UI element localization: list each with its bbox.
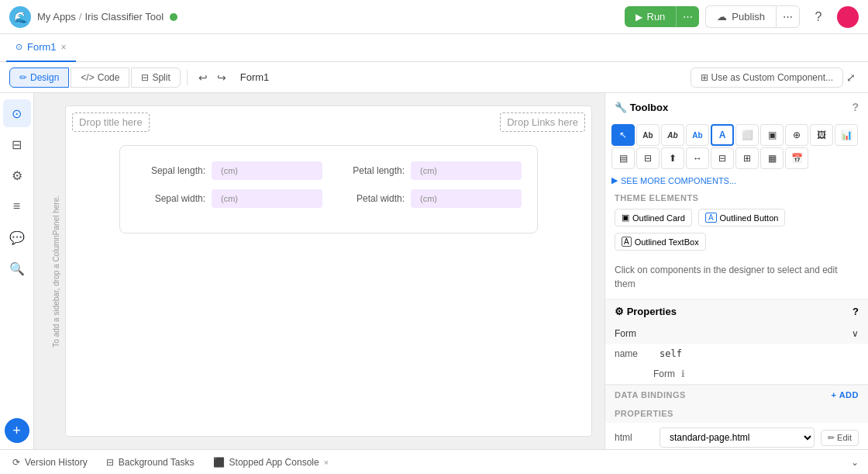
publish-button[interactable]: ☁ Publish [705, 5, 776, 28]
theme-label: THEME ELEMENTS [605, 189, 868, 206]
form-row-sepal-length: Sepal length: (cm) [136, 161, 322, 180]
toolbox-help-icon[interactable]: ? [852, 101, 859, 113]
code-tab[interactable]: </> Code [71, 67, 129, 88]
drop-links[interactable]: Drop Links here [500, 112, 585, 132]
properties-help-icon[interactable]: ? [852, 306, 859, 317]
drop-title[interactable]: Drop title here [72, 112, 150, 132]
app-icon: 🌊 [9, 6, 31, 28]
breadcrumb-sep: / [79, 11, 82, 22]
sidebar-icon-pages[interactable]: ⊙ [3, 99, 31, 127]
outlined-textbox-icon: A [622, 237, 632, 247]
properties-section-label: PROPERTIES [615, 409, 673, 418]
app-console-label: Stopped App Console [229, 457, 319, 468]
tool-box1[interactable]: ⬜ [735, 124, 759, 146]
tab-icon: ⊙ [16, 42, 22, 52]
tab-form1[interactable]: ⊙ Form1 × [6, 34, 76, 62]
form-row-petal-length: Petal length: (cm) [335, 161, 522, 180]
canvas-content[interactable]: Drop title here Drop Links here Sepal le… [65, 106, 592, 437]
petal-length-label: Petal length: [335, 165, 405, 176]
breadcrumb-tool[interactable]: Iris Classifier Tool [84, 11, 164, 22]
play-icon: ▶ [636, 12, 642, 22]
html-select[interactable]: standard-page.html [660, 427, 815, 448]
sepal-width-label: Sepal width: [136, 193, 205, 204]
topbar-left: 🌊 My Apps / Iris Classifier Tool [9, 6, 177, 28]
split-tab[interactable]: ⊟ Split [131, 67, 180, 88]
form-info-icon[interactable]: ℹ [681, 368, 685, 379]
petal-width-input[interactable]: (cm) [411, 189, 522, 208]
tool-box2[interactable]: ▣ [760, 124, 784, 146]
bottom-right-chevron[interactable]: ⌄ [851, 457, 859, 468]
cloud-icon: ☁ [717, 11, 727, 22]
form-collapse-icon[interactable]: ∨ [852, 328, 859, 339]
tool-col3[interactable]: ▦ [760, 147, 784, 169]
help-button[interactable]: ? [806, 5, 831, 29]
tool-spacer[interactable]: ↔ [686, 147, 709, 169]
design-tab[interactable]: ✏ Design [9, 67, 69, 88]
tool-upload[interactable]: ⬆ [661, 147, 684, 169]
run-button[interactable]: ▶ Run [625, 6, 677, 27]
tool-calendar[interactable]: 📅 [785, 147, 808, 169]
sidebar-fab[interactable]: + [5, 418, 29, 443]
petal-width-label: Petal width: [335, 193, 405, 204]
theme-outlined-button[interactable]: A Outlined Button [698, 209, 786, 227]
edit-button[interactable]: ✏ Edit [821, 430, 859, 446]
tool-box3[interactable]: ⊕ [785, 124, 808, 146]
tabbar: ⊙ Form1 × [0, 34, 868, 62]
tool-cursor[interactable]: ↖ [611, 124, 635, 146]
status-dot [170, 13, 177, 21]
app-console-tab[interactable]: ⬛ Stopped App Console × [210, 457, 332, 468]
background-tasks-tab[interactable]: ⊟ Background Tasks [103, 457, 198, 468]
tool-table1[interactable]: ▤ [611, 147, 635, 169]
publish-group: ☁ Publish ⋯ [705, 5, 800, 28]
run-more-button[interactable]: ⋯ [676, 6, 699, 27]
properties-label-row: PROPERTIES [605, 404, 868, 423]
sidebar-icon-search[interactable]: 🔍 [3, 254, 31, 282]
theme-outlined-textbox[interactable]: A Outlined TextBox [615, 233, 706, 251]
tool-textA[interactable]: A [711, 124, 734, 146]
toolbox-section: 🔧 Toolbox ? ↖ Ab Ab Ab A ⬜ ▣ ⊕ 🖼 📊 ▤ ⊟ ⬆… [605, 93, 868, 299]
split-icon: ⊟ [141, 72, 149, 83]
sidebar-icon-settings[interactable]: ⚙ [3, 161, 31, 189]
tool-col1[interactable]: ⊟ [711, 147, 734, 169]
sidebar-icon-chat[interactable]: 💬 [3, 223, 31, 251]
tool-text3[interactable]: Ab [686, 124, 709, 146]
sidebar-icon-data[interactable]: ⊟ [3, 130, 31, 158]
expand-button[interactable]: ⤢ [843, 68, 859, 87]
add-binding-button[interactable]: + ADD [832, 390, 859, 400]
form-label-row: Form ℹ [605, 364, 868, 384]
tool-chart[interactable]: 📊 [835, 124, 858, 146]
avatar[interactable] [837, 6, 859, 28]
outlined-card-icon: ▣ [622, 213, 629, 223]
properties-header: ⚙ Properties ? [605, 299, 868, 323]
console-close[interactable]: × [324, 458, 329, 467]
tool-col2[interactable]: ⊞ [735, 147, 759, 169]
sepal-length-input[interactable]: (cm) [212, 161, 322, 180]
sepal-length-label: Sepal length: [136, 165, 205, 176]
publish-more-button[interactable]: ⋯ [776, 5, 800, 28]
toolbox-grid: ↖ Ab Ab Ab A ⬜ ▣ ⊕ 🖼 📊 ▤ ⊟ ⬆ ↔ ⊟ ⊞ ▦ 📅 [605, 121, 868, 172]
use-custom-button[interactable]: ⊞ Use as Custom Component... [691, 67, 843, 88]
tool-table2[interactable]: ⊟ [636, 147, 660, 169]
breadcrumb-app[interactable]: My Apps [37, 11, 76, 22]
theme-outlined-card[interactable]: ▣ Outlined Card [615, 209, 692, 227]
version-history-label: Version History [25, 457, 88, 468]
tab-close[interactable]: × [61, 42, 67, 53]
outlined-button-icon: A [705, 213, 717, 223]
topbar-right: ▶ Run ⋯ ☁ Publish ⋯ ? [625, 5, 859, 29]
toolbar-divider [187, 70, 188, 85]
petal-length-input[interactable]: (cm) [411, 161, 522, 180]
form-card: Sepal length: (cm) Sepal width: (cm) Pet… [119, 145, 538, 234]
sidebar-icon-list[interactable]: ≡ [3, 192, 31, 220]
version-history-tab[interactable]: ⟳ Version History [9, 457, 91, 468]
tool-text1[interactable]: Ab [636, 124, 660, 146]
code-icon: </> [81, 72, 94, 83]
data-bindings-row: DATA BINDINGS + ADD [605, 385, 868, 404]
redo-button[interactable]: ↪ [212, 68, 231, 87]
tool-text2[interactable]: Ab [661, 124, 684, 146]
name-row: name self [605, 344, 868, 364]
right-panel: 🔧 Toolbox ? ↖ Ab Ab Ab A ⬜ ▣ ⊕ 🖼 📊 ▤ ⊟ ⬆… [604, 93, 868, 449]
undo-button[interactable]: ↩ [194, 68, 212, 87]
see-more-components[interactable]: ▶ SEE MORE COMPONENTS... [605, 172, 868, 189]
sepal-width-input[interactable]: (cm) [212, 189, 322, 208]
tool-image[interactable]: 🖼 [810, 124, 833, 146]
